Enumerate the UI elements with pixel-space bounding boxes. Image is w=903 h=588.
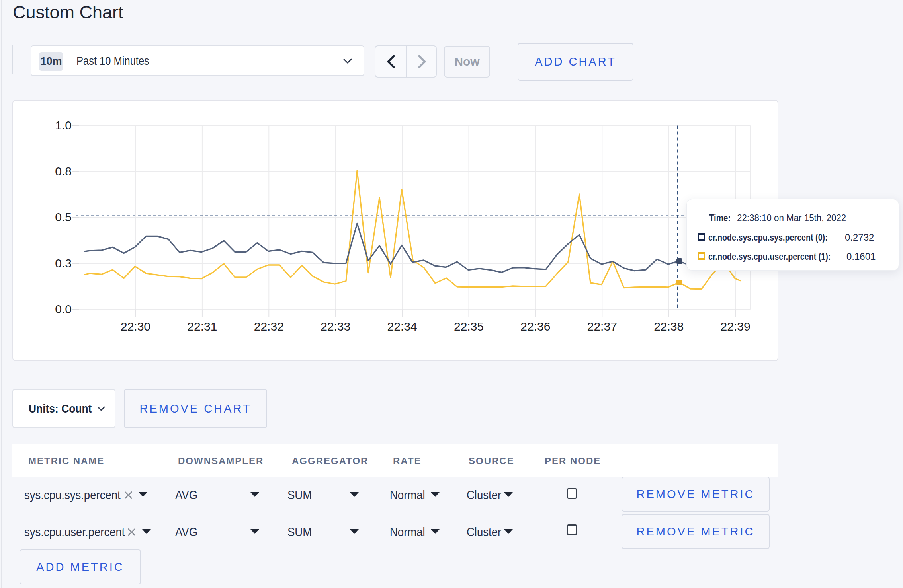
svg-text:22:38: 22:38	[654, 320, 684, 333]
svg-text:22:31: 22:31	[187, 320, 217, 333]
svg-text:22:32: 22:32	[254, 320, 284, 333]
svg-text:22:35: 22:35	[454, 320, 484, 333]
svg-text:1.0: 1.0	[55, 119, 72, 132]
svg-text:22:39: 22:39	[721, 320, 751, 333]
svg-text:22:30: 22:30	[121, 320, 150, 333]
svg-text:0.8: 0.8	[55, 165, 72, 178]
svg-text:22:36: 22:36	[520, 320, 550, 333]
svg-text:22:33: 22:33	[321, 320, 350, 333]
svg-text:22:34: 22:34	[387, 320, 417, 333]
svg-text:0.3: 0.3	[55, 257, 72, 270]
svg-text:22:37: 22:37	[587, 320, 617, 333]
svg-text:0.5: 0.5	[55, 210, 72, 224]
svg-text:0.0: 0.0	[55, 302, 72, 315]
